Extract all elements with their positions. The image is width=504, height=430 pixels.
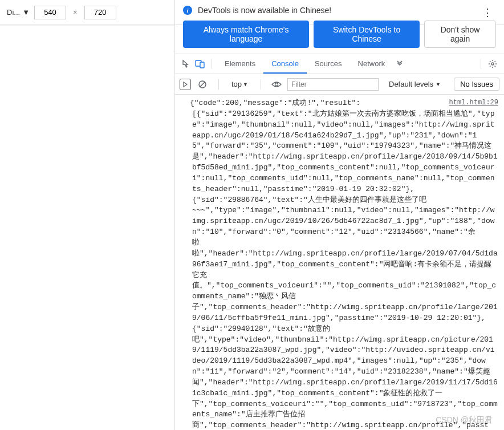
- gear-icon[interactable]: [486, 57, 499, 71]
- device-toggle-icon[interactable]: [193, 57, 207, 71]
- chevron-down-icon: ▼: [22, 8, 30, 17]
- height-input[interactable]: [84, 6, 116, 19]
- console-output[interactable]: html.html:29 {"code":200,"message":"成功!"…: [175, 95, 504, 430]
- switch-chinese-button[interactable]: Switch DevTools to Chinese: [314, 21, 420, 48]
- tab-elements[interactable]: Elements: [217, 54, 263, 74]
- tab-console[interactable]: Console: [263, 54, 307, 74]
- levels-label: Default levels: [389, 80, 433, 88]
- always-match-button[interactable]: Always match Chrome's language: [183, 21, 309, 48]
- svg-point-2: [491, 63, 494, 65]
- width-input[interactable]: [34, 6, 66, 19]
- chevron-down-icon: ▼: [436, 82, 441, 87]
- context-label: top: [231, 80, 242, 88]
- context-selector[interactable]: top ▼: [229, 80, 250, 88]
- separator: [481, 59, 481, 69]
- chevron-down-icon: ▼: [243, 82, 248, 87]
- execution-context-icon[interactable]: [180, 79, 191, 90]
- inspect-icon[interactable]: [180, 57, 193, 71]
- separator: [218, 79, 219, 90]
- device-label: Di...: [7, 8, 20, 17]
- issues-button[interactable]: No Issues: [454, 78, 499, 91]
- device-select[interactable]: Di... ▼: [7, 8, 30, 17]
- svg-line-4: [200, 82, 205, 87]
- tab-sources[interactable]: Sources: [307, 54, 350, 74]
- notice-text: DevTools is now available in Chinese!: [198, 6, 331, 15]
- svg-rect-1: [200, 62, 204, 68]
- filter-input[interactable]: [287, 78, 379, 91]
- separator: [261, 79, 261, 90]
- language-notice: i DevTools is now available in Chinese!: [175, 0, 504, 21]
- tab-network[interactable]: Network: [350, 54, 393, 74]
- live-expression-icon[interactable]: [271, 80, 282, 88]
- log-message[interactable]: {"code":200,"message":"成功!","result": [{…: [181, 98, 498, 430]
- clear-console-icon[interactable]: [197, 79, 208, 90]
- dimension-separator: ×: [73, 8, 78, 17]
- source-link[interactable]: html.html:29: [449, 98, 498, 108]
- more-tabs-icon[interactable]: [393, 57, 407, 71]
- viewport-area: [0, 25, 174, 430]
- info-icon: i: [183, 6, 192, 15]
- log-levels-selector[interactable]: Default levels ▼: [389, 80, 441, 88]
- dont-show-button[interactable]: Don't show again: [424, 21, 496, 48]
- separator: [212, 59, 212, 69]
- svg-point-5: [275, 83, 278, 86]
